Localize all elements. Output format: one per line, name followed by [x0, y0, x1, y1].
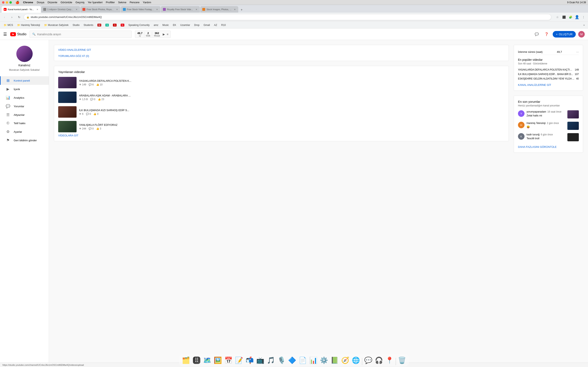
user-avatar[interactable]: M [578, 31, 585, 38]
menu-duzenle[interactable]: Düzenle [48, 1, 57, 4]
dock-reminders[interactable]: 📝 [234, 355, 244, 365]
dock-safari[interactable]: 🧭 [340, 355, 350, 365]
go-to-comments[interactable]: YORUMLARA GÖZ AT (0) [58, 54, 89, 58]
dock-mail[interactable]: 📬 [245, 355, 255, 365]
tab-close-4[interactable]: ✕ [156, 8, 158, 11]
sidebar-item-feedback[interactable]: ⚑ Geri bildirim gönder [0, 136, 49, 145]
notifications-button[interactable]: 💬 [533, 31, 540, 38]
traffic-lights[interactable] [2, 1, 12, 4]
dock-excel[interactable]: 📗 [330, 355, 339, 365]
bookmarks-more[interactable]: » [582, 23, 586, 27]
menu-pencere[interactable]: Pencere [130, 1, 139, 4]
bookmark-ek[interactable]: EK [171, 23, 178, 27]
go-to-channel-analytics[interactable]: KANAL ANALİZLERİNE GİT [518, 83, 551, 86]
dock-transmit[interactable]: 🔷 [287, 355, 297, 365]
menu-gecmis[interactable]: Geçmiş [76, 1, 85, 4]
bookmark-students[interactable]: Students [82, 23, 95, 27]
dock-googlemaps[interactable]: 📍 [385, 355, 394, 365]
bookmark-s2[interactable]: S [111, 23, 118, 27]
dock-chrome[interactable]: 🌐 [351, 355, 361, 365]
tab-4[interactable]: Free Stock Video Footag... ✕ [121, 6, 161, 13]
dock-spotify[interactable]: 🎧 [374, 355, 384, 365]
tab-1[interactable]: ▶ Kanal kontrol paneli - Yo... ✕ [2, 6, 41, 13]
tab-close-6[interactable]: ✕ [233, 8, 236, 11]
tab-6[interactable]: Stock Images, Photos, ... ✕ [200, 6, 238, 13]
search-input[interactable] [37, 33, 129, 36]
dock-pages[interactable]: 📄 [298, 355, 308, 365]
new-tab-button[interactable]: + [239, 7, 244, 13]
sidebar-toggle[interactable]: ☰ [3, 32, 7, 37]
address-bar[interactable]: 🔒 studio.youtube.com/channel/UCnlxcJ6o1m… [24, 14, 551, 20]
dock-music[interactable]: 🎵 [266, 355, 276, 365]
menu-yer-isaretleri[interactable]: Yer İşaretleri [88, 1, 103, 4]
dock-maps[interactable]: 🗺️ [202, 355, 212, 365]
menu-profiller[interactable]: Profiller [106, 1, 115, 4]
bookmark-studio[interactable]: Studio [71, 23, 81, 27]
tab-close-5[interactable]: ✕ [195, 8, 198, 11]
help-button[interactable]: ❓ [543, 31, 550, 38]
dock-launchpad[interactable]: ⠿ [192, 355, 201, 365]
bookmark-gmail[interactable]: Gmail [202, 23, 212, 27]
go-to-video-analytics[interactable]: VİDEO ANALİZLERİNE GİT [58, 48, 91, 51]
sidebar-item-settings[interactable]: ⚙ Ayarlar [0, 127, 49, 136]
bookmark-s1[interactable]: S [104, 23, 111, 27]
go-to-videos-link[interactable]: VİDEOLARA GİT [58, 134, 78, 137]
menu-yardim[interactable]: Yardım [143, 1, 151, 4]
forward-button[interactable]: › [9, 14, 15, 20]
create-button[interactable]: + OLUŞTUR [553, 31, 576, 38]
bookmark-music[interactable]: Music [161, 23, 171, 27]
extensions-button[interactable]: 🧩 [568, 14, 573, 20]
bookmark-n[interactable]: N [119, 23, 126, 27]
sidebar-item-content[interactable]: ▶ İçerik [0, 85, 49, 93]
dock-messages[interactable]: 💬 [363, 355, 373, 365]
bookmark-hanimi[interactable]: 📁Hanimiş Teknoloji [16, 23, 42, 27]
bookmark-amz[interactable]: amz [152, 23, 160, 27]
bookmark-muratcan[interactable]: 📁Muratcan Safyürek [43, 23, 70, 27]
menu-sekme[interactable]: Sekme [118, 1, 126, 4]
yt-search-bar[interactable]: 🔍 [30, 31, 132, 38]
analytics-chart-icon[interactable]: ≡ [167, 33, 168, 36]
menu-goruntule[interactable]: Görüntüle [61, 1, 72, 4]
bookmark-drop[interactable]: Drop [192, 23, 201, 27]
bookmark-star-button[interactable]: ☆ [554, 14, 560, 20]
video-icon[interactable]: ▶ [163, 33, 165, 36]
bookmark-m[interactable]: M [96, 23, 103, 27]
bookmark-r10[interactable]: R10 [220, 23, 227, 27]
back-button[interactable]: ‹ [2, 14, 7, 20]
bookmark-uzantilar[interactable]: Uzantılar [179, 23, 192, 27]
sidebar-item-subtitles[interactable]: ☰ Altyazılar [0, 110, 49, 119]
dock-trash[interactable]: 🗑️ [397, 355, 407, 365]
dock-finder[interactable]: 🗂️ [181, 355, 191, 365]
bookmark-speaking[interactable]: Speaking Comunity [127, 23, 151, 27]
minimize-button[interactable] [6, 1, 8, 4]
tab-close-1[interactable]: ✕ [36, 8, 39, 11]
dock-podcasts[interactable]: 🎙️ [277, 355, 286, 365]
fullscreen-button[interactable] [9, 1, 12, 4]
dock-calendar[interactable]: 📅 [224, 355, 233, 365]
menu-dosya[interactable]: Dosya [37, 1, 44, 4]
sidebar-item-dashboard[interactable]: ⊞ Kontrol paneli [0, 76, 49, 85]
yt-logo[interactable]: Studio [10, 32, 26, 36]
profile-button[interactable]: 👤 [574, 14, 580, 20]
comment-item-1: Y yorumyapanadam 16 saat önce Zelal hali… [518, 110, 579, 118]
sidebar-item-comments[interactable]: 💬 Yorumlar [0, 102, 49, 110]
tab-2[interactable]: 1 milyon+ Ücretsiz Çarp... ✕ [41, 6, 80, 13]
tab-close-2[interactable]: ✕ [75, 8, 78, 11]
tab-5[interactable]: Royalty Free Stock Vide... ✕ [161, 6, 200, 13]
sidebar-item-analytics[interactable]: 📊 Analytics [0, 93, 49, 102]
sidebar-item-copyright[interactable]: © Telif hakkı [0, 119, 49, 127]
reload-button[interactable]: ↻ [16, 14, 22, 20]
screen-cast-button[interactable]: ⬛ [561, 14, 567, 20]
dock-appletv[interactable]: 📺 [255, 355, 265, 365]
more-options-button[interactable]: ⋮ [581, 14, 586, 20]
bookmark-mcs[interactable]: 📁MCS [2, 23, 15, 27]
tab-3[interactable]: Free Stock Photos, Roya... ✕ [80, 6, 120, 13]
dock-photos[interactable]: 🖼️ [213, 355, 223, 365]
tab-close-3[interactable]: ✕ [116, 8, 118, 11]
close-button[interactable] [2, 1, 4, 4]
more-comments-button[interactable]: DAHA FAZLASINI GÖRÜNTÜLE [518, 145, 557, 149]
apple-menu[interactable]: 🍎 [16, 1, 19, 4]
dock-systemprefs[interactable]: ⚙️ [319, 355, 329, 365]
dock-numbers[interactable]: 📊 [309, 355, 318, 365]
bookmark-az[interactable]: AZ [212, 23, 219, 27]
